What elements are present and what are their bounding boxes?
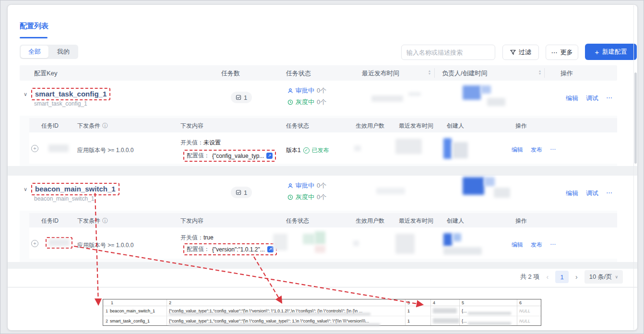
circle-plus-expand-icon[interactable]: + [31, 145, 38, 152]
info-icon[interactable]: ⓘ [102, 217, 108, 225]
db-cell-key[interactable]: smart_task_config_1 [110, 319, 166, 323]
redacted-db-line [169, 323, 380, 326]
redacted-publish-time [395, 234, 415, 254]
redacted-status-block [273, 234, 287, 250]
annotation-box-config-value-1: 配置值： {"config_value_typ... ↗ [183, 150, 276, 162]
switch-value-line: 开关值：true [180, 234, 214, 242]
redacted-publish-time [371, 95, 403, 102]
scrollbar-thumb[interactable] [634, 72, 637, 164]
task-status-cell: 审批中 0个 灰度中 0个 [287, 86, 326, 107]
redacted-creator-name [443, 247, 482, 255]
copy-icon[interactable]: ↗ [266, 153, 273, 159]
page-number[interactable]: 1 [555, 271, 569, 283]
db-cell-key[interactable]: beacon_main_switch_1 [110, 309, 166, 313]
debug-link[interactable]: 调试 [586, 94, 598, 103]
config-value-label: 配置值： [187, 245, 210, 253]
publish-link[interactable]: 发布 [531, 146, 542, 154]
scrollbar-track [633, 5, 634, 330]
info-icon[interactable]: ⓘ [102, 122, 108, 130]
status-gray-count: 0个 [317, 98, 326, 107]
create-label: 新建配置 [602, 48, 627, 56]
debug-link[interactable]: 调试 [586, 189, 598, 198]
status-approving-count: 0个 [317, 181, 326, 190]
redacted-creator-name [453, 142, 468, 158]
clipboard-check-icon [236, 95, 241, 100]
more-ops-icon[interactable]: ⋯ [550, 146, 556, 154]
page-size-select[interactable]: 10 条/页 ∨ [584, 270, 623, 284]
db-cell-null: NULL [519, 309, 540, 313]
avatar [481, 85, 491, 94]
tab-mine[interactable]: 我的 [49, 46, 77, 58]
grid-line [103, 306, 541, 306]
version-label: 版本1 [286, 146, 301, 155]
subcol-publish-time: 最近发布时间 [399, 217, 433, 225]
card-divider [7, 287, 638, 287]
screenshot-frame: 配置列表 全部 我的 过滤 ⋯ 更多 + 新建配置 配置Key 任务数 任务状态… [0, 0, 644, 334]
config-value-text: {"version":"1.0.1.2"... [212, 246, 265, 253]
edit-link[interactable]: 编辑 [566, 94, 578, 103]
active-tab-underline [20, 37, 48, 38]
grid-line [430, 299, 431, 325]
switch-value-line: 开关值：未设置 [180, 139, 221, 147]
sub-row-operations: 编辑 发布 ⋯ [512, 146, 556, 154]
sub-table-row[interactable]: + 应用版本号 >= 1.0.0.0 开关值：true 配置值： {"versi… [29, 227, 617, 259]
total-count: 共 2 项 [520, 273, 539, 281]
annotation-box-config-value-2: 配置值： {"version":"1.0.1.2"... ↗ [183, 243, 277, 255]
grid-line [405, 299, 405, 325]
scope-tabs: 全部 我的 [20, 45, 78, 59]
next-page-icon[interactable]: › [575, 273, 578, 281]
sort-icon-owner[interactable]: ▲▼ [538, 70, 542, 75]
db-cell-count[interactable]: 1 [407, 309, 429, 313]
chevron-down-icon[interactable]: ∨ [24, 186, 27, 192]
tab-all[interactable]: 全部 [21, 46, 48, 58]
edit-link[interactable]: 编辑 [512, 146, 523, 154]
filter-button[interactable]: 过滤 [502, 45, 539, 60]
table-row-smart-task-config[interactable]: ∨ smart_task_config_1 smart_task_config_… [20, 81, 617, 116]
chevron-down-icon[interactable]: ∨ [24, 91, 27, 97]
sort-icon-publish-time[interactable]: ▲▼ [428, 70, 431, 75]
user-icon [287, 88, 293, 94]
condition-text: 应用版本号 >= 1.0.0.0 [77, 241, 133, 250]
config-key-link[interactable]: smart_task_config_1 [35, 90, 107, 98]
config-key-link[interactable]: beacon_main_switch_1 [35, 185, 116, 193]
db-cell-count[interactable]: 1 [407, 319, 429, 323]
col-operations: 操作 [561, 69, 573, 78]
database-table-excerpt: 1 2 3 4 5 6 1 beacon_main_switch_1 {"con… [103, 299, 541, 326]
more-label: 更多 [561, 48, 573, 57]
col-config-key: 配置Key [34, 69, 57, 78]
redacted-db-cell [433, 318, 459, 323]
sub-table-row[interactable]: + 应用版本号 >= 1.0.0.0 开关值：未设置 配置值： {"config… [29, 132, 617, 164]
avatar [443, 138, 452, 159]
more-ops-icon[interactable]: ⋯ [550, 241, 556, 249]
subcol-creator: 创建人 [447, 122, 464, 130]
search-box[interactable] [401, 45, 495, 60]
filter-icon [510, 49, 516, 55]
circle-plus-expand-icon[interactable]: + [31, 240, 38, 247]
search-input[interactable] [406, 49, 491, 56]
subcol-ops: 操作 [515, 122, 527, 130]
db-cell-json[interactable]: {"config_value_type":1,"config_value":"{… [169, 319, 404, 323]
publish-link[interactable]: 发布 [531, 241, 542, 249]
subcol-status: 任务状态 [286, 122, 309, 130]
edit-link[interactable]: 编辑 [566, 189, 578, 198]
redacted-task-id [48, 239, 70, 246]
more-button[interactable]: ⋯ 更多 [546, 45, 578, 60]
user-icon [287, 183, 293, 189]
subcol-users: 生效用户数 [356, 122, 384, 130]
redacted-users-count [353, 240, 359, 246]
prev-page-icon[interactable]: ‹ [546, 273, 549, 281]
status-gray-label: 灰度中 [296, 193, 314, 202]
more-ops-icon[interactable]: ⋯ [606, 94, 612, 103]
pagination: 共 2 项 ‹ 1 › 10 条/页 ∨ [0, 270, 623, 284]
redacted-publish-time [408, 92, 421, 96]
status-gray-label: 灰度中 [296, 98, 314, 107]
more-ops-icon[interactable]: ⋯ [606, 189, 612, 198]
col-publish-time: 最近发布时间 [362, 69, 399, 78]
create-config-button[interactable]: + 新建配置 [585, 44, 637, 60]
page-title: 配置列表 [20, 22, 48, 31]
copy-icon[interactable]: ↗ [267, 246, 274, 252]
table-row-beacon-main-switch[interactable]: ∨ beacon_main_switch_1 beacon_main_switc… [20, 176, 617, 211]
redacted-users-count [354, 145, 361, 151]
edit-link[interactable]: 编辑 [512, 241, 523, 249]
task-count-badge: 1 [231, 187, 252, 198]
